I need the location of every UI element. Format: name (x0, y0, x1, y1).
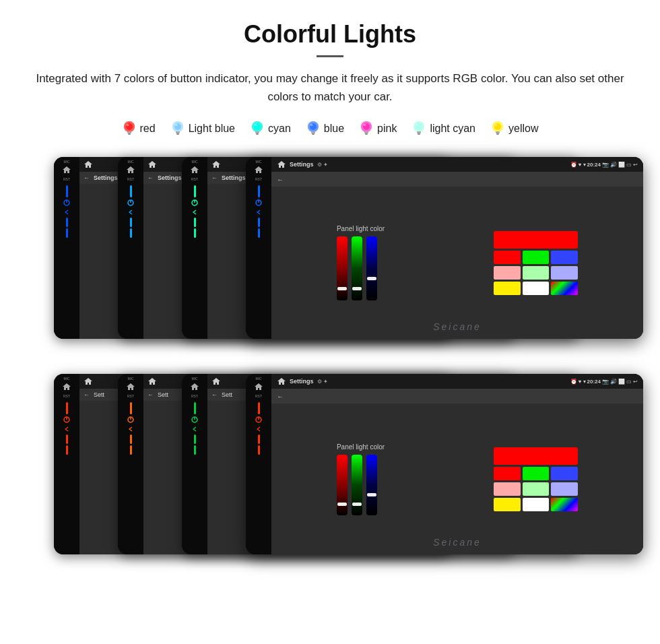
page-container: Colorful Lights Integrated with 7 colors… (0, 0, 660, 618)
svg-rect-9 (176, 131, 180, 133)
color-label-lightblue: Light blue (189, 123, 235, 135)
svg-rect-16 (256, 133, 259, 135)
color-item-lightblue: Light blue (170, 119, 235, 138)
color-label-pink: pink (377, 123, 397, 135)
svg-rect-40 (496, 133, 499, 135)
svg-point-5 (126, 124, 129, 126)
svg-rect-28 (365, 133, 368, 135)
color-item-yellow: yellow (490, 119, 538, 138)
color-item-cyan: cyan (250, 119, 291, 138)
home-icon-1 (62, 165, 71, 174)
blue-bulb-icon (306, 119, 321, 138)
svg-point-41 (495, 124, 498, 126)
svg-rect-21 (311, 131, 315, 133)
svg-point-23 (310, 124, 312, 126)
color-label-red: red (140, 123, 156, 135)
svg-rect-3 (127, 131, 131, 133)
svg-point-35 (416, 124, 419, 126)
home-small-1 (84, 160, 93, 169)
svg-rect-4 (128, 133, 131, 135)
top-device-stack-section: MIC RST ◷♥▾20:24 (27, 157, 633, 352)
svg-point-29 (364, 124, 366, 126)
color-label-cyan: cyan (268, 123, 291, 135)
color-item-blue: blue (306, 119, 344, 138)
bottom-device-stack-section: MIC RST ◷ ♥ ▾ 20:24 📷 🔊 ⬜ ▭ ↩ ← (27, 374, 633, 569)
color-label-blue: blue (324, 123, 344, 135)
red-bulb-icon (122, 119, 137, 138)
title-divider (317, 55, 343, 57)
device-card-4: MIC RST Settings ⚙ ✦ (246, 157, 643, 339)
svg-point-11 (174, 124, 177, 126)
power-icon-1 (63, 199, 71, 207)
color-label-yellow: yellow (508, 123, 538, 135)
color-label-lightcyan: light cyan (430, 123, 475, 135)
lightblue-bulb-icon (170, 119, 185, 138)
svg-rect-15 (255, 131, 259, 133)
bottom-device-stack: MIC RST ◷ ♥ ▾ 20:24 📷 🔊 ⬜ ▭ ↩ ← (54, 374, 606, 569)
top-device-stack: MIC RST ◷♥▾20:24 (54, 157, 606, 352)
color-item-lightcyan: light cyan (411, 119, 475, 138)
lightcyan-bulb-icon (411, 119, 426, 138)
svg-rect-34 (418, 133, 420, 135)
cyan-bulb-icon (250, 119, 265, 138)
svg-rect-27 (364, 131, 368, 133)
color-indicators: red Light blue cyan (27, 119, 633, 138)
device-card-b4: MIC RST Settings ⚙ ✦ (246, 374, 643, 554)
page-description: Integrated with 7 colors of button indic… (34, 69, 626, 106)
page-title: Colorful Lights (27, 20, 633, 49)
color-item-red: red (122, 119, 156, 138)
pink-bulb-icon (359, 119, 374, 138)
color-item-pink: pink (359, 119, 397, 138)
svg-rect-22 (312, 133, 315, 135)
back-icon-1 (63, 208, 71, 216)
svg-rect-10 (176, 133, 179, 135)
svg-rect-33 (417, 131, 421, 133)
svg-rect-39 (496, 131, 500, 133)
svg-point-17 (255, 124, 257, 126)
device-sidebar-1: MIC RST (54, 157, 79, 339)
yellow-bulb-icon (490, 119, 505, 138)
